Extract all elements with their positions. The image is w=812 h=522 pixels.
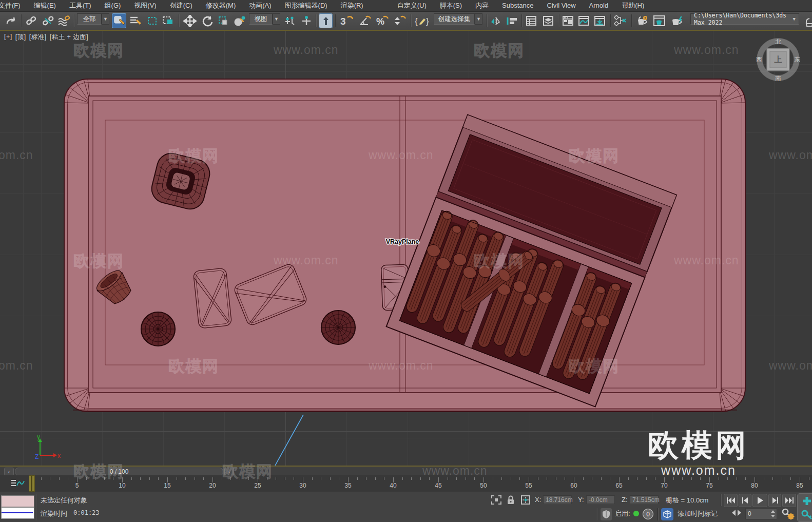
compass-north-label[interactable]: 北 [775, 38, 781, 45]
menu-group[interactable]: 组(G) [98, 0, 128, 11]
menu-customize[interactable]: 自定义(U) [391, 0, 433, 11]
selection-lock-toggle[interactable] [506, 495, 515, 507]
menu-animation[interactable]: 动画(A) [242, 0, 278, 11]
object-label-vrayplane[interactable]: VRayPlane [386, 238, 419, 245]
rendered-frame-window-button[interactable] [652, 13, 667, 28]
schematic-view-button[interactable] [593, 13, 607, 28]
menu-arnold[interactable]: Arnold [583, 0, 615, 11]
vray-light-line[interactable] [275, 415, 303, 466]
snaps-toggle-3d-button[interactable]: 3 [338, 13, 355, 28]
select-by-name-button[interactable] [128, 13, 143, 28]
mirror-button[interactable] [489, 13, 504, 28]
menu-help[interactable]: 帮助(H) [615, 0, 651, 11]
clipped-toolbar-icon[interactable] [805, 13, 812, 28]
mcg-graph-button[interactable] [613, 13, 628, 28]
key-filters-button[interactable] [781, 508, 795, 522]
align-button[interactable] [505, 13, 519, 28]
menu-modifiers[interactable]: 修改器(M) [199, 0, 243, 11]
rectangular-selection-region-icon[interactable] [146, 13, 159, 28]
menu-graph-editors[interactable]: 图形编辑器(D) [278, 0, 334, 11]
dome-object-1[interactable] [141, 312, 175, 346]
maxscript-listener-field[interactable] [1, 507, 34, 519]
previous-frame-button[interactable] [739, 494, 751, 507]
security-count-badge[interactable]: 0 [643, 509, 653, 519]
redo-icon[interactable] [4, 13, 18, 28]
window-crossing-toggle-icon[interactable] [161, 13, 176, 28]
select-and-rotate-button[interactable] [200, 13, 215, 28]
unlink-icon[interactable] [41, 13, 55, 28]
menu-content[interactable]: 内容 [469, 0, 495, 11]
reference-coordinate-dropdown[interactable]: 视图 [249, 13, 273, 25]
key-mode-toggle[interactable] [731, 509, 742, 518]
edit-named-selection-sets-button[interactable]: {} [414, 13, 431, 28]
time-slider-prev-icon[interactable]: ‹ [4, 468, 14, 476]
pack-object-1[interactable] [193, 268, 231, 328]
menu-create[interactable]: 创建(C) [163, 0, 199, 11]
project-folder-field[interactable]: C:\Users\Han\Documents\3ds Max 2022▼ [690, 13, 799, 25]
viewcube[interactable]: 上 北 东 南 西 [755, 37, 802, 85]
use-pivot-center-button[interactable] [283, 13, 297, 28]
viewport-menu-pov[interactable]: [顶] [15, 33, 26, 42]
menu-views[interactable]: 视图(V) [127, 0, 163, 11]
viewport-menu-standard[interactable]: [标准] [29, 33, 47, 42]
menu-file[interactable]: 文件(F) [0, 0, 27, 11]
add-time-tag[interactable]: 添加时间标记 [678, 509, 718, 518]
menu-rendering[interactable]: 渲染(R) [334, 0, 370, 11]
spinner-snap-toggle-button[interactable] [392, 13, 408, 28]
select-and-manipulate-button[interactable] [299, 13, 313, 28]
current-frame-spinner[interactable]: 0 [745, 508, 777, 519]
compass-east-label[interactable]: 东 [794, 56, 800, 63]
track-bar[interactable]: 0510152025303540455055606570758085 [0, 475, 812, 492]
macro-recorder-field[interactable] [1, 495, 34, 507]
menu-edit[interactable]: 编辑(E) [27, 0, 63, 11]
next-frame-button[interactable] [768, 494, 781, 507]
y-coord-field[interactable]: -0.0cm [586, 495, 615, 504]
link-icon[interactable] [24, 13, 38, 28]
z-coord-field[interactable]: 71.515cm [630, 495, 659, 504]
selection-filter-dropdown[interactable]: 全部 [77, 13, 102, 25]
menu-scripting[interactable]: 脚本(S) [433, 0, 469, 11]
viewport-top[interactable]: VRayPlane y x Z [+] [顶] [标准] [粘土 + 边面] 上… [0, 30, 812, 466]
named-selection-set-arrow-icon[interactable]: ▼ [475, 13, 482, 25]
scene-security-shield-icon[interactable] [601, 508, 612, 520]
select-object-button[interactable] [112, 13, 126, 28]
time-slider-track[interactable]: ‹ 0 / 100 › [0, 466, 812, 475]
selection-filter-arrow-icon[interactable]: ▼ [102, 13, 109, 25]
compass-west-label[interactable]: 西 [756, 56, 762, 63]
play-animation-button[interactable] [752, 494, 767, 507]
x-coord-field[interactable]: 18.716cm [543, 495, 572, 504]
toggle-ribbon-button[interactable] [561, 13, 575, 28]
menu-substance[interactable]: Substance [495, 0, 540, 11]
time-slider-thumb[interactable]: 0 / 100 [15, 468, 223, 476]
select-and-place-button[interactable] [232, 13, 246, 28]
named-selection-set-dropdown[interactable]: 创建选择集 [434, 13, 475, 25]
go-to-end-button[interactable] [782, 494, 796, 507]
render-setup-button[interactable] [634, 13, 650, 28]
compass-south-label[interactable]: 南 [775, 75, 781, 82]
viewport-menu-shading[interactable]: [粘土 + 边面] [50, 33, 89, 42]
absolute-mode-toggle[interactable] [520, 495, 531, 507]
select-and-scale-button[interactable] [217, 13, 230, 28]
project-folder-arrow-icon[interactable]: ▼ [793, 16, 796, 22]
toggle-layer-explorer-button[interactable] [541, 13, 556, 28]
viewport-menu-general[interactable]: [+] [4, 33, 12, 42]
percent-snap-toggle-button[interactable]: % [375, 13, 390, 28]
go-to-start-button[interactable] [724, 494, 738, 507]
angle-snap-toggle-button[interactable] [357, 13, 373, 28]
select-and-move-button[interactable] [182, 13, 198, 28]
set-key-button[interactable] [797, 493, 812, 522]
menu-civil-view[interactable]: Civil View [540, 0, 583, 11]
time-slider-next-icon[interactable]: › [224, 468, 234, 476]
isolate-selection-toggle[interactable] [491, 495, 502, 507]
curve-editor-button[interactable] [577, 13, 591, 28]
trackbar-playhead[interactable] [29, 475, 35, 492]
render-production-button[interactable] [669, 13, 685, 28]
toggle-scene-explorer-button[interactable] [524, 13, 539, 28]
keyboard-shortcut-override-toggle[interactable] [319, 13, 333, 28]
bind-spacewarp-icon[interactable] [57, 13, 71, 28]
menu-tools[interactable]: 工具(T) [63, 0, 98, 11]
dome-object-2[interactable] [321, 311, 355, 344]
reference-coordinate-arrow-icon[interactable]: ▼ [273, 13, 280, 25]
container-cube-button[interactable] [661, 508, 673, 520]
mini-curve-editor-button[interactable] [10, 478, 25, 491]
